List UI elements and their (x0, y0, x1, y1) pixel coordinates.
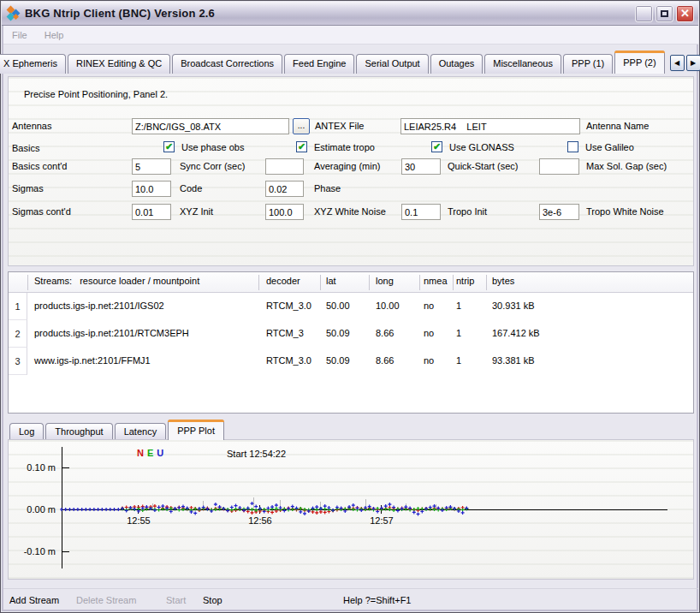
tropo-white-noise-input[interactable] (539, 204, 579, 220)
ppp-settings-panel: Precise Point Positioning, Panel 2. Ante… (8, 76, 694, 266)
close-icon: ✕ (680, 7, 690, 20)
plot-legend-letters: NEU (137, 448, 164, 458)
cell-decoder: RTCM_3.0 (266, 355, 311, 366)
minimize-button[interactable] (635, 5, 653, 22)
row-number: 1 (9, 293, 27, 320)
sigma-phase-input[interactable] (265, 181, 304, 197)
row-number: 3 (9, 348, 27, 375)
estimate-tropo-checkbox[interactable]: ✔ Estimate tropo (296, 141, 375, 152)
svg-text:12:57: 12:57 (370, 515, 394, 526)
cell-decoder: RTCM_3.0 (266, 301, 311, 311)
tab-scroll-right-icon[interactable]: ▶ (686, 55, 700, 71)
streams-table: Streams: resource loader / mountpoint de… (8, 271, 694, 414)
add-stream-button[interactable]: Add Stream (9, 595, 59, 605)
antex-file-input[interactable] (132, 118, 289, 134)
row-number: 2 (9, 320, 27, 348)
maximize-button[interactable] (656, 5, 673, 22)
svg-text:-0.10 m: -0.10 m (24, 546, 56, 556)
sync-corr-input[interactable] (132, 158, 171, 175)
menu-help[interactable]: Help (36, 27, 73, 43)
menubar: File Help (3, 26, 698, 45)
tab-ppp-plot[interactable]: PPP Plot (168, 420, 224, 440)
cell-mountpoint: products.igs-ip.net:2101/IGS02 (34, 301, 164, 311)
tropo-init-input[interactable] (401, 204, 441, 220)
delete-stream-button[interactable]: Delete Stream (76, 595, 136, 605)
check-icon: ✔ (165, 142, 173, 152)
check-icon: ✔ (298, 142, 306, 152)
checkbox-icon: ✔ (431, 141, 442, 152)
svg-text:0.00 m: 0.00 m (27, 504, 56, 515)
check-icon: ✔ (433, 142, 441, 152)
cell-bytes: 93.381 kB (492, 355, 535, 366)
use-phase-obs-checkbox[interactable]: ✔ Use phase obs (163, 141, 244, 152)
table-row[interactable]: 3 www.igs-ip.net:2101/FFMJ1 RTCM_3.0 50.… (9, 348, 693, 375)
tab-broadcast-corrections[interactable]: Broadcast Corrections (172, 54, 282, 74)
use-galileo-checkbox[interactable]: Use Galileo (567, 141, 634, 152)
ppp-plot: 0.10 m0.00 m-0.10 m12:5512:5612:57 (9, 440, 693, 579)
xyz-init-label: XYZ Init (180, 206, 213, 217)
tab-ppp-1[interactable]: PPP (1) (563, 54, 613, 74)
cell-ntrip: 1 (456, 355, 461, 366)
quick-start-input[interactable] (401, 158, 441, 175)
sync-corr-label: Sync Corr (sec) (180, 161, 245, 171)
max-sol-gap-label: Max Sol. Gap (sec) (586, 161, 667, 171)
max-sol-gap-input[interactable] (539, 158, 579, 175)
tab-rinex-editing[interactable]: RINEX Editing & QC (68, 54, 170, 74)
sigma-code-input[interactable] (132, 181, 171, 197)
streams-table-header: Streams: resource loader / mountpoint de… (9, 272, 693, 293)
tab-latency[interactable]: Latency (115, 423, 167, 440)
xyz-init-input[interactable] (132, 204, 171, 220)
sigmas-label: Sigmas (12, 183, 44, 193)
table-row[interactable]: 2 products.igs-ip.net:2101/RTCM3EPH RTCM… (9, 320, 693, 348)
ppp-plot-panel: 0.10 m0.00 m-0.10 m12:5512:5612:57 NEU S… (8, 439, 694, 580)
use-glonass-checkbox[interactable]: ✔ Use GLONASS (431, 141, 514, 152)
tab-feed-engine[interactable]: Feed Engine (284, 54, 354, 74)
use-galileo-label: Use Galileo (585, 142, 634, 152)
tab-ephemeris[interactable]: X Ephemeris (0, 54, 66, 74)
status-bar: Add Stream Delete Stream Start Stop Help… (3, 588, 698, 611)
help-shortcut-label: Help ?=Shift+F1 (343, 595, 412, 605)
cell-long: 10.00 (376, 301, 400, 311)
header-bytes: bytes (492, 276, 514, 286)
header-lat: lat (326, 276, 336, 286)
start-button[interactable]: Start (166, 595, 186, 605)
checkbox-icon (567, 141, 578, 152)
xyz-white-noise-label: XYZ White Noise (314, 206, 386, 217)
browse-button[interactable]: ... (293, 118, 310, 134)
close-button[interactable]: ✕ (676, 5, 694, 22)
header-ntrip: ntrip (456, 276, 474, 286)
tab-scroll-left-icon[interactable]: ◀ (670, 55, 685, 71)
sigma-code-label: Code (180, 183, 202, 193)
svg-text:0.10 m: 0.10 m (27, 462, 56, 473)
table-row[interactable]: 1 products.igs-ip.net:2101/IGS02 RTCM_3.… (9, 293, 693, 320)
cell-bytes: 30.931 kB (492, 301, 535, 311)
tab-outages[interactable]: Outages (430, 54, 483, 74)
averaging-input[interactable] (265, 158, 304, 175)
svg-text:12:56: 12:56 (248, 515, 272, 526)
cell-ntrip: 1 (456, 301, 461, 311)
app-window: BKG Ntrip Client (BNC) Version 2.6 ✕ Fil… (0, 0, 700, 613)
cell-lat: 50.09 (326, 328, 350, 338)
menu-file[interactable]: File (3, 27, 36, 43)
cell-long: 8.66 (376, 355, 394, 366)
use-glonass-label: Use GLONASS (449, 142, 514, 152)
averaging-label: Averaging (min) (314, 161, 380, 171)
cell-decoder: RTCM_3 (266, 328, 304, 338)
cell-long: 8.66 (376, 328, 394, 338)
tab-miscellaneous[interactable]: Miscellaneous (484, 54, 561, 74)
sigma-phase-label: Phase (314, 183, 341, 193)
tab-throughput[interactable]: Throughput (45, 423, 112, 440)
header-long: long (376, 276, 394, 286)
stop-button[interactable]: Stop (203, 595, 222, 605)
tab-serial-output[interactable]: Serial Output (356, 54, 428, 74)
header-nmea: nmea (424, 276, 448, 286)
tab-log[interactable]: Log (9, 423, 44, 440)
legend-U: U (157, 448, 164, 458)
tab-ppp-2[interactable]: PPP (2) (614, 51, 664, 74)
cell-ntrip: 1 (456, 328, 461, 338)
legend-N: N (137, 448, 145, 458)
antenna-name-input[interactable] (400, 118, 580, 134)
antennas-label: Antennas (12, 121, 51, 131)
xyz-white-noise-input[interactable] (265, 204, 304, 220)
titlebar[interactable]: BKG Ntrip Client (BNC) Version 2.6 ✕ (2, 2, 698, 26)
